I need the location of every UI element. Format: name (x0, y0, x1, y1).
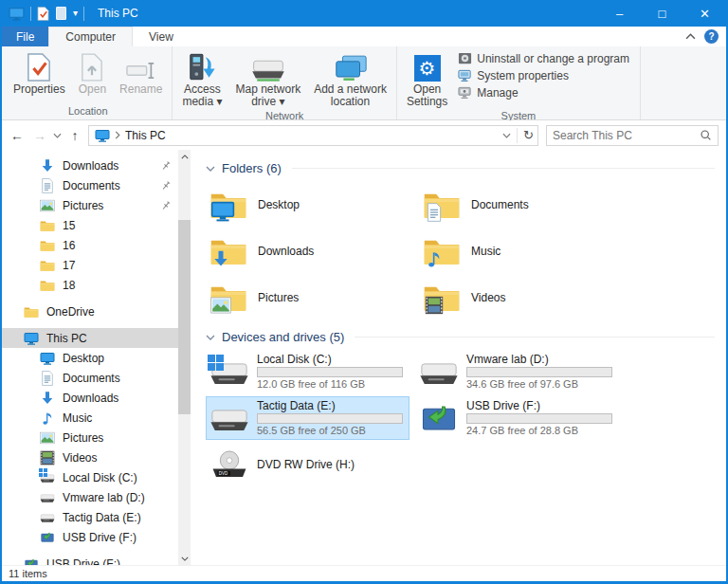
drive-tile-usb-drive-f[interactable]: USB Drive (F:) 24.7 GB free of 28.8 GB (415, 396, 619, 440)
folder-tile-pictures[interactable]: Pictures (206, 274, 419, 320)
group-label-location: Location (7, 104, 169, 119)
explorer-window: ▾ This PC – □ ✕ File Computer View ? Pro… (0, 0, 728, 584)
open-settings-button[interactable]: ⚙ Open Settings (400, 47, 454, 109)
download-icon (40, 158, 55, 173)
sidebar-item-local-disk-c[interactable]: Local Disk (C:) (2, 467, 178, 487)
windows-logo-icon (208, 355, 224, 371)
maximize-button[interactable]: □ (641, 0, 683, 27)
up-button[interactable]: ↑ (65, 128, 84, 143)
system-properties-button[interactable]: System properties (458, 68, 629, 82)
titlebar-divider (30, 7, 31, 21)
drives-section-header[interactable]: Devices and drives (5) (206, 330, 715, 344)
address-box[interactable]: This PC ↻ (88, 125, 538, 146)
open-icon (81, 53, 103, 82)
sidebar-item-pictures[interactable]: Pictures (2, 428, 178, 447)
folder-tile-downloads[interactable]: Downloads (206, 228, 419, 274)
folder-icon (40, 218, 55, 233)
forward-button[interactable]: → (30, 128, 49, 143)
sidebar-item-videos[interactable]: Videos (2, 447, 178, 467)
manage-button[interactable]: Manage (458, 85, 629, 100)
properties-quick-icon[interactable] (37, 7, 49, 21)
system-properties-icon (458, 68, 472, 82)
folders-section-header[interactable]: Folders (6) (206, 161, 715, 175)
scroll-up-icon[interactable] (178, 150, 191, 163)
sidebar-item-documents-quick[interactable]: Documents (2, 175, 178, 195)
pin-icon (160, 200, 172, 211)
collapse-chevron-icon[interactable] (206, 335, 215, 340)
tab-file[interactable]: File (2, 27, 48, 46)
breadcrumb[interactable]: This PC (125, 129, 166, 142)
sidebar-item-desktop[interactable]: Desktop (2, 348, 178, 368)
sidebar-item-documents[interactable]: Documents (2, 368, 178, 388)
qat-customize-caret-icon[interactable]: ▾ (73, 9, 78, 18)
access-media-button[interactable]: Access media ▾ (175, 47, 228, 109)
back-button[interactable]: ← (8, 128, 27, 143)
usb-drive-icon (419, 404, 459, 433)
folder-tile-music[interactable]: Music (419, 228, 632, 274)
download-icon (210, 249, 231, 268)
scrollbar-thumb[interactable] (178, 220, 191, 414)
folder-icon (40, 278, 55, 293)
sidebar-item-folder-15[interactable]: 15 (2, 215, 178, 235)
tab-view[interactable]: View (133, 27, 190, 46)
drive-tile-dvd-rw-h[interactable]: DVD RW Drive (H:) (206, 443, 410, 486)
folder-tile-videos[interactable]: Videos (419, 274, 632, 320)
drive-icon (419, 357, 459, 387)
sidebar-item-folder-17[interactable]: 17 (2, 255, 178, 275)
open-button[interactable]: Open (72, 47, 113, 97)
address-divider (517, 128, 518, 143)
folder-tile-documents[interactable]: Documents (419, 181, 632, 228)
sidebar-item-usb-drive-f-root[interactable]: USB Drive (F:) (2, 554, 178, 565)
folder-icon (40, 238, 55, 253)
sidebar-item-onedrive[interactable]: OneDrive (2, 301, 178, 321)
drive-tile-local-disk-c[interactable]: Local Disk (C:) 12.0 GB free of 116 GB (206, 350, 410, 393)
sidebar-item-pictures-quick[interactable]: Pictures (2, 195, 178, 215)
sidebar-item-this-pc[interactable]: This PC (2, 328, 178, 348)
pictures-icon (40, 430, 55, 446)
folder-icon (40, 258, 55, 273)
collapse-chevron-icon[interactable] (206, 166, 215, 172)
sidebar-item-folder-16[interactable]: 16 (2, 235, 178, 255)
sidebar-item-usb-drive-f[interactable]: USB Drive (F:) (2, 527, 178, 547)
properties-button[interactable]: Properties (7, 47, 72, 97)
breadcrumb-chevron-icon[interactable] (115, 131, 120, 139)
status-bar: 11 items (2, 565, 726, 581)
section-divider (355, 337, 715, 338)
title-bar[interactable]: ▾ This PC – □ ✕ (2, 0, 726, 27)
recent-locations-caret-icon[interactable] (53, 133, 62, 138)
drive-tile-tactig-data-e[interactable]: Tactig Data (E:) 56.5 GB free of 250 GB (206, 396, 410, 440)
drive-tile-vmware-lab-d[interactable]: Vmware lab (D:) 34.6 GB free of 97.6 GB (415, 350, 619, 393)
document-icon (424, 203, 445, 222)
music-note-icon (424, 249, 445, 268)
sidebar-scrollbar[interactable] (178, 150, 191, 565)
desktop-icon (40, 351, 55, 366)
add-network-location-button[interactable]: Add a network location (307, 47, 393, 109)
map-network-drive-icon (249, 54, 287, 82)
rename-icon (126, 60, 156, 82)
help-button[interactable]: ? (704, 29, 719, 44)
close-button[interactable]: ✕ (683, 0, 726, 27)
sidebar-item-vmware-lab-d[interactable]: Vmware lab (D:) (2, 487, 178, 507)
folder-tile-desktop[interactable]: Desktop (206, 181, 419, 228)
sidebar-item-music[interactable]: Music (2, 408, 178, 428)
refresh-button[interactable]: ↻ (523, 128, 534, 142)
search-icon[interactable] (700, 129, 712, 141)
search-input[interactable] (553, 129, 700, 142)
sidebar-item-folder-18[interactable]: 18 (2, 275, 178, 295)
new-folder-quick-icon[interactable] (56, 7, 66, 20)
window-title: This PC (98, 7, 138, 20)
uninstall-program-button[interactable]: Uninstall or change a program (458, 51, 629, 65)
map-network-drive-button[interactable]: Map network drive ▾ (228, 47, 307, 109)
tab-computer[interactable]: Computer (48, 27, 133, 46)
scroll-down-icon[interactable] (178, 552, 191, 565)
ribbon-tab-strip: File Computer View ? (2, 27, 726, 46)
sidebar-item-downloads[interactable]: Downloads (2, 388, 178, 408)
sidebar-item-tactig-data-e[interactable]: Tactig Data (E:) (2, 507, 178, 527)
desktop-icon (210, 200, 235, 222)
address-bar-row: ← → ↑ This PC ↻ (2, 120, 726, 150)
sidebar-item-downloads-quick[interactable]: Downloads (2, 155, 178, 175)
minimize-ribbon-icon[interactable] (685, 33, 696, 40)
address-dropdown-caret-icon[interactable] (502, 133, 511, 138)
rename-button[interactable]: Rename (113, 47, 169, 97)
minimize-button[interactable]: – (598, 0, 641, 27)
